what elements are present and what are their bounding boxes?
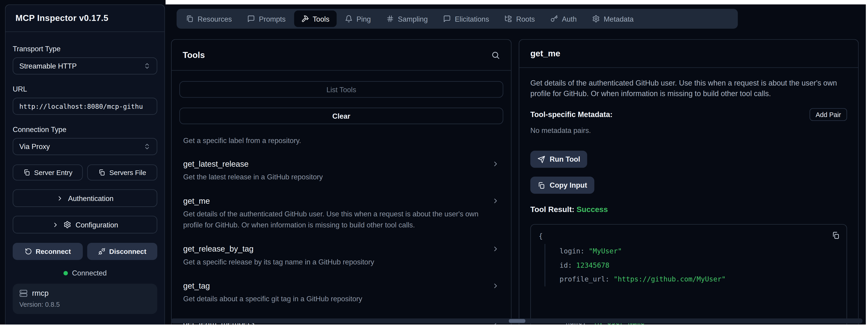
tab-label: Roots [516,15,535,23]
horizontal-scrollbar[interactable] [171,319,863,324]
status-label: Connected [72,269,107,277]
nav-tabstrip: Resources Prompts Tools Ping Sampling El… [177,9,738,29]
tab-label: Tools [313,15,330,23]
tab-tools[interactable]: Tools [294,10,337,27]
reconnect-button[interactable]: Reconnect [13,243,83,260]
json-value: 12345678 [576,261,610,269]
add-pair-button[interactable]: Add Pair [810,108,847,121]
copy-input-label: Copy Input [550,181,587,189]
tool-item-get-latest-release[interactable]: get_latest_release Get the latest releas… [183,158,499,183]
tool-result-label: Tool Result: [530,205,575,213]
server-entry-button[interactable]: Server Entry [13,165,83,180]
copy-icon [98,169,105,176]
tool-result-json: { login: "MyUser" id: 12345678 [530,224,847,324]
page-background-sliver [165,0,868,4]
disconnect-label: Disconnect [109,247,147,255]
app-canvas: MCP Inspector v0.17.5 Transport Type Str… [0,0,866,324]
tools-panel-header: Tools [172,40,511,70]
tool-detail-header: get_me [519,40,858,68]
connection-type-value: Via Proxy [19,142,50,151]
tool-item-get-me[interactable]: get_me Get details of the authenticated … [183,196,499,231]
sidebar-header: MCP Inspector v0.17.5 [5,5,164,32]
chevron-right-icon [52,221,59,228]
configuration-toggle[interactable]: Configuration [13,216,157,233]
sidebar: MCP Inspector v0.17.5 Transport Type Str… [5,4,165,324]
tab-resources[interactable]: Resources [179,10,239,27]
tab-roots[interactable]: Roots [497,10,542,27]
transport-type-select[interactable]: Streamable HTTP [13,58,157,75]
tool-description-partial: Get a specific label from a repository. [183,135,499,146]
bell-icon [345,15,353,23]
connection-type-select[interactable]: Via Proxy [13,138,157,155]
authentication-toggle[interactable]: Authentication [13,189,157,207]
tool-name: get_me [183,196,210,207]
copy-result-icon[interactable] [832,231,840,240]
json-open-brace: { [538,231,839,241]
json-entries: login: "MyUser" id: 12345678 profile_url… [545,244,839,286]
tools-panel-body: List Tools Clear Get a specific label fr… [172,70,511,324]
chevron-right-icon [492,160,499,168]
tools-panel-title: Tools [183,50,205,60]
servers-file-button[interactable]: Servers File [87,165,157,180]
connection-status: Connected [13,269,157,277]
tool-description: Get details about a specific git tag in … [183,294,499,305]
url-input[interactable]: http://localhost:8080/mcp-githu [13,98,157,115]
chevron-right-icon [492,197,499,205]
message-icon [247,15,255,23]
chevrons-up-down-icon [144,143,151,150]
connection-type-label: Connection Type [13,125,157,133]
tool-detail-description: Get details of the authenticated GitHub … [530,78,847,99]
list-tools-button[interactable]: List Tools [179,81,503,98]
hash-icon [386,15,394,23]
copy-icon [23,169,30,176]
message-icon [443,15,451,23]
chevrons-up-down-icon [144,62,151,69]
tab-label: Resources [197,15,232,23]
tab-label: Sampling [398,15,428,23]
tab-label: Prompts [259,15,286,23]
tools-panel: Tools List Tools Clear Get a specific la… [171,39,512,324]
tool-detail-panel: get_me Get details of the authenticated … [519,39,859,324]
server-info-card: rmcp Version: 0.8.5 [13,284,157,314]
tab-sampling[interactable]: Sampling [379,10,435,27]
send-icon [537,155,546,163]
key-icon [550,15,558,23]
clear-button[interactable]: Clear [179,108,503,124]
tool-description: Get the latest release in a GitHub repos… [183,172,499,183]
chevron-right-icon [492,282,499,290]
json-row-id: id: 12345678 [560,258,839,272]
no-metadata-text: No metadata pairs. [530,126,847,135]
server-version: Version: 0.8.5 [19,301,151,308]
tool-item-get-release-by-tag[interactable]: get_release_by_tag Get a specific releas… [183,243,499,268]
status-dot-icon [63,271,68,275]
tab-elicitations[interactable]: Elicitations [436,10,496,27]
url-label: URL [13,85,157,93]
search-icon[interactable] [491,51,500,59]
json-key: profile_url: [560,275,614,283]
tool-item-get-tag[interactable]: get_tag Get details about a specific git… [183,280,499,305]
json-value: "MyUser" [589,247,622,255]
server-icon [19,289,28,298]
authentication-label: Authentication [68,194,114,202]
tab-prompts[interactable]: Prompts [240,10,293,27]
tab-metadata[interactable]: Metadata [585,10,641,27]
tab-auth[interactable]: Auth [543,10,584,27]
run-tool-button[interactable]: Run Tool [530,151,587,168]
tool-name: get_release_by_tag [183,243,254,254]
tab-label: Ping [356,15,371,23]
scrollbar-thumb[interactable] [509,319,525,323]
copy-input-button[interactable]: Copy Input [530,177,594,194]
tab-ping[interactable]: Ping [338,10,378,27]
tool-result-line: Tool Result: Success [530,205,847,213]
configuration-label: Configuration [75,220,118,229]
tool-list: Get a specific label from a repository. … [179,124,503,324]
disconnect-button[interactable]: Disconnect [87,243,157,260]
json-row-profile-url: profile_url: "https://github.com/MyUser" [560,272,839,286]
tab-label: Elicitations [455,15,489,23]
reconnect-label: Reconnect [36,247,71,255]
run-tool-label: Run Tool [550,155,580,163]
tool-detail-title: get_me [530,49,560,58]
hammer-icon [301,15,309,23]
tab-label: Auth [562,15,577,23]
server-name: rmcp [32,289,49,298]
